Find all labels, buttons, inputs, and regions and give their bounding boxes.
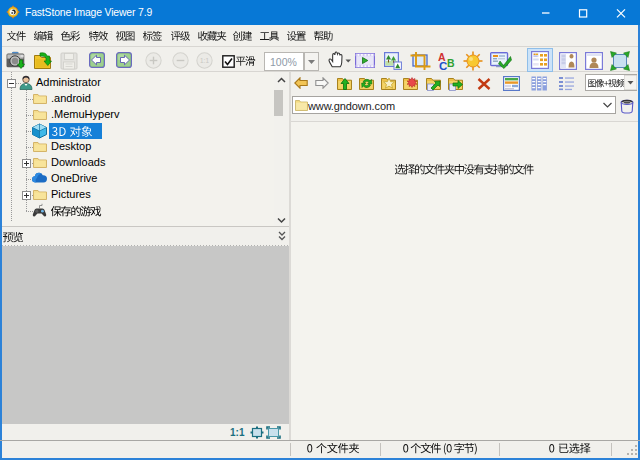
svg-text:1:1: 1:1 bbox=[200, 57, 209, 64]
svg-text:B: B bbox=[447, 57, 455, 69]
